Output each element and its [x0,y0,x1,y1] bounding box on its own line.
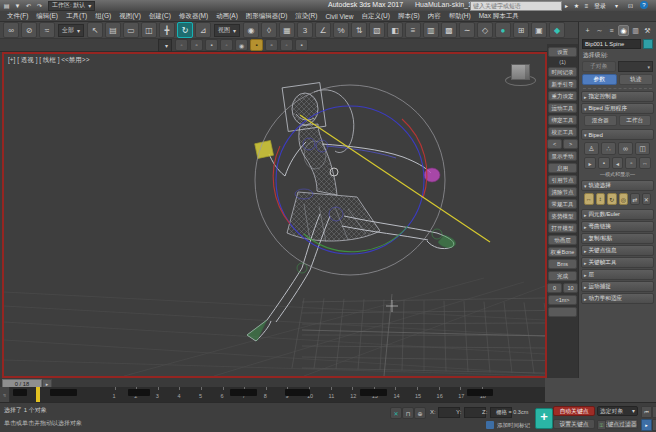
button-混合器[interactable]: 混合器 [584,115,617,126]
selection-lock-icon[interactable]: ⊓ [402,407,414,419]
rollout-header-Biped 应用程序[interactable]: ▾Biped 应用程序 [581,103,654,114]
rollout-header-复制/粘贴[interactable]: ▸复制/粘贴 [581,233,654,244]
workspace-dropdown[interactable]: 工作区: 默认 ▾ [48,1,95,11]
help-icon[interactable]: ? [640,1,648,9]
hierarchy-tab[interactable]: ≡ [606,25,617,36]
select-and-manipulate-icon[interactable]: ◊ [261,22,277,38]
keyframe-marker-4[interactable] [285,389,310,396]
snap-toggle-icon[interactable]: 3 [297,22,313,38]
strip-button-姿势模型[interactable]: 姿势模型 [548,211,577,221]
biped-file-icon-3[interactable]: ▫ [625,157,637,169]
mirror-icon[interactable]: ◧ [387,22,403,38]
object-name-field[interactable]: Bip001 L Spine [582,39,641,49]
biped-file-icon-4[interactable]: ↔ [639,157,651,169]
strip-pair-right-button[interactable]: > [563,139,578,149]
strip-button-权重Bone[interactable]: 权重Bone [548,247,577,257]
track-selection-icon-3[interactable]: ◎ [619,193,629,205]
sub-object-button[interactable]: 子对象 [582,61,616,72]
keyframe-marker-1[interactable] [50,389,77,396]
next-frame-icon[interactable]: ▸ [652,419,656,431]
angle-snap-icon[interactable]: ∠ [315,22,331,38]
select-and-link-icon[interactable]: ∞ [3,22,19,38]
rollout-header-运动捕捉[interactable]: ▸运动捕捉 [581,281,654,292]
sub-tool-icon-5[interactable]: ◉ [235,39,248,51]
biped-mode-icon-2[interactable]: ∞ [618,142,633,155]
spinner-snap-icon[interactable]: ⇅ [351,22,367,38]
biped-file-icon-1[interactable]: ▪ [598,157,610,169]
rollout-header-弯曲链接[interactable]: ▸弯曲链接 [581,221,654,232]
create-tab[interactable]: + [582,25,593,36]
track-extra-icon-1[interactable]: ✕ [642,193,652,205]
biped-file-icon-2[interactable]: ◂ [612,157,624,169]
utilities-tab[interactable]: ⚒ [642,25,653,36]
sub-object-dropdown[interactable]: ▾ [618,61,654,72]
search-input[interactable] [471,3,561,10]
auto-key-button[interactable]: 自动关键点 [553,406,595,416]
sub-tool-icon-6[interactable]: ▪ [250,39,263,51]
mini-curve-editor-button[interactable]: ≈ [0,387,10,402]
keyboard-override-icon[interactable]: ▦ [279,22,295,38]
app-logo-icon[interactable]: ▤ [2,1,11,10]
rotate-gizmo[interactable] [255,85,490,275]
menu-帮助(H)[interactable]: 帮助(H) [445,12,475,21]
rectangular-selection-icon[interactable]: ▭ [123,22,139,38]
isolate-selection-icon[interactable]: ✕ [390,407,402,419]
chevron-down-icon[interactable]: ▾ [612,1,621,10]
track-extra-icon-0[interactable]: ⇄ [630,193,640,205]
window-crossing-icon[interactable]: ◫ [141,22,157,38]
track-selection-icon-2[interactable]: ↻ [607,193,617,205]
user-icon[interactable]: ≡ [582,1,591,10]
previous-frame-icon[interactable]: ◂ [652,406,656,418]
search-arrow-icon[interactable]: ▸ [562,1,571,10]
add-time-tag-button[interactable]: 添加时间标记 [497,422,530,429]
rollout-header-轨迹选择[interactable]: ▾轨迹选择 [581,180,654,191]
sub-tool-icon-7[interactable]: ▫ [265,39,278,51]
select-and-scale-icon[interactable]: ⊿ [195,22,211,38]
reference-coordinate-dropdown[interactable]: 视图▾ [214,24,240,37]
strip-button-blank-22[interactable] [548,307,577,317]
strip-pair-right-button[interactable]: 10 [563,283,578,293]
strip-button-运动工具[interactable]: 运动工具 [548,103,577,113]
strip-button-完成[interactable]: 完成 [548,271,577,281]
mode-button-参数[interactable]: 参数 [582,74,617,85]
sub-tool-icon-9[interactable]: ▪ [295,39,308,51]
select-object-icon[interactable]: ↖ [87,22,103,38]
strip-button-重力设定[interactable]: 重力设定 [548,91,577,101]
sub-tool-icon-4[interactable]: ◦ [220,39,233,51]
display-tab[interactable]: ▥ [630,25,641,36]
menu-创建(C)[interactable]: 创建(C) [145,12,175,21]
keyframe-marker-3[interactable] [230,389,257,396]
favorites-star-icon[interactable]: ★ [572,1,581,10]
rollout-header-关键点信息[interactable]: ▸关键点信息 [581,245,654,256]
strip-pair-left-button[interactable]: 0 [547,283,562,293]
strip-button-时间记录[interactable]: 时间记录 [548,67,577,77]
screencast-icon[interactable]: ⊡ [626,1,635,10]
view-cube[interactable] [505,62,535,88]
sign-in-label[interactable]: 登录 [594,2,606,11]
biped-mode-icon-1[interactable]: ∴ [601,142,616,155]
help-search-box[interactable] [470,1,562,11]
unlink-selection-icon[interactable]: ⊘ [21,22,37,38]
set-key-button[interactable]: 设置关键点 [553,419,595,429]
selection-filter-dropdown[interactable]: 全部▾ [58,24,84,37]
go-to-start-icon[interactable]: ⏮ [641,406,652,418]
rendered-frame-icon[interactable]: ▣ [531,22,547,38]
keyframe-marker-0[interactable] [13,389,27,396]
viewport-canvas[interactable] [4,54,545,376]
render-setup-icon[interactable]: ⊞ [513,22,529,38]
layer-manager-icon[interactable]: ▥ [423,22,439,38]
biped-file-icon-0[interactable]: ▸ [584,157,596,169]
schematic-view-icon[interactable]: ◇ [477,22,493,38]
rollout-header-关键帧工具[interactable]: ▸关键帧工具 [581,257,654,268]
play-animation-icon[interactable]: ▸ [641,419,652,431]
sub-tool-icon-3[interactable]: ▪ [205,39,218,51]
strip-button-动画层[interactable]: 动画层 [548,235,577,245]
menu-图形编辑器(D)[interactable]: 图形编辑器(D) [242,12,292,21]
sub-tool-icon-8[interactable]: ◦ [280,39,293,51]
rollout-header-四元数/Euler[interactable]: ▸四元数/Euler [581,209,654,220]
strip-button-启用[interactable]: 启用 [548,163,577,173]
perspective-viewport[interactable]: [+] [ 透视 ] [ 线框 ] <<禁用>> [2,52,547,378]
menu-组(G)[interactable]: 组(G) [91,12,115,21]
viewcube-cube[interactable] [511,64,530,80]
sub-tool-icon-2[interactable]: ▫ [190,39,203,51]
